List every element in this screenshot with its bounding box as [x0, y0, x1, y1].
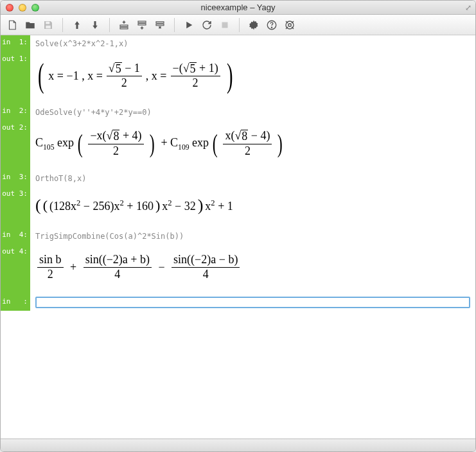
titlebar[interactable]: niceexample – Yagy ⤢: [1, 1, 475, 15]
cell-code[interactable]: TrigSimpCombine(Cos(a)^2*Sin(b)): [30, 228, 475, 245]
svg-rect-1: [46, 25, 51, 28]
run-button[interactable]: [181, 17, 197, 33]
output-cell-1: out 1: ( x = −1 , x = √5 − 12 , x = −(√5…: [1, 52, 475, 104]
input-cell-4[interactable]: in 4: TrigSimpCombine(Cos(a)^2*Sin(b)): [1, 228, 475, 245]
cell-code[interactable]: OdeSolve(y''+4*y'+2*y==0): [30, 104, 475, 121]
cell-output: ( x = −1 , x = √5 − 12 , x = −(√5 + 1)2 …: [30, 52, 475, 104]
window-title: niceexample – Yagy: [1, 3, 475, 12]
empty-area: [1, 311, 475, 439]
cell-label: in 3:: [1, 170, 30, 187]
svg-rect-3: [120, 27, 128, 28]
svg-rect-0: [46, 21, 49, 24]
toolbar: [1, 15, 475, 35]
output-cell-2: out 2: C105 exp ( −x(√8 + 4)2 ) + C109 e…: [1, 121, 475, 171]
settings-button[interactable]: [246, 17, 261, 33]
new-button[interactable]: [4, 17, 20, 33]
resize-icon[interactable]: ⤢: [465, 3, 472, 12]
cell-label: in 2:: [1, 104, 30, 121]
input-cell-2[interactable]: in 2: OdeSolve(y''+4*y'+2*y==0): [1, 104, 475, 121]
help-button[interactable]: [264, 17, 279, 33]
code-input[interactable]: [35, 297, 470, 308]
svg-rect-7: [156, 24, 164, 25]
input-cell-3[interactable]: in 3: OrthoT(8,x): [1, 170, 475, 187]
output-cell-4: out 4: sin b2 + sin((−2)a + b)4 − sin((−…: [1, 245, 475, 294]
cell-label: out 2:: [1, 121, 30, 171]
cell-label: out 1:: [1, 52, 30, 104]
move-down-button[interactable]: [87, 17, 103, 33]
svg-rect-6: [156, 21, 164, 22]
separator: [239, 18, 240, 32]
separator: [109, 18, 110, 32]
open-button[interactable]: [22, 17, 38, 33]
reload-button[interactable]: [199, 17, 215, 33]
status-bar: [1, 439, 475, 451]
svg-rect-4: [138, 21, 146, 22]
delete-cell-button[interactable]: [152, 17, 168, 33]
current-input-cell[interactable]: in :: [1, 294, 475, 311]
cell-output: (((128x2 − 256)x2 + 160)x2 − 32)x2 + 1: [30, 187, 475, 228]
zoom-icon[interactable]: [31, 4, 39, 12]
move-up-button[interactable]: [69, 17, 85, 33]
cell-code[interactable]: [30, 294, 475, 311]
cell-label: in 1:: [1, 35, 30, 52]
insert-below-button[interactable]: [134, 17, 150, 33]
insert-above-button[interactable]: [116, 17, 132, 33]
cell-label: in :: [1, 294, 30, 311]
svg-rect-2: [120, 25, 128, 26]
save-button[interactable]: [40, 17, 56, 33]
stop-button[interactable]: [217, 17, 233, 33]
notebook-area: in 1: Solve(x^3+2*x^2-1,x) out 1: ( x = …: [1, 35, 475, 439]
svg-rect-5: [138, 23, 146, 24]
cell-code[interactable]: Solve(x^3+2*x^2-1,x): [30, 35, 475, 52]
cell-label: out 4:: [1, 245, 30, 294]
window-controls: [1, 4, 39, 12]
separator: [62, 18, 63, 32]
cell-output: sin b2 + sin((−2)a + b)4 − sin((−2)a − b…: [30, 245, 475, 294]
output-cell-3: out 3: (((128x2 − 256)x2 + 160)x2 − 32)x…: [1, 187, 475, 228]
minimize-icon[interactable]: [19, 4, 26, 12]
close-icon[interactable]: [6, 4, 13, 12]
separator: [174, 18, 175, 32]
target-button[interactable]: [282, 17, 297, 33]
cell-output: C105 exp ( −x(√8 + 4)2 ) + C109 exp ( x(…: [30, 121, 475, 171]
svg-rect-8: [222, 22, 228, 28]
cell-label: in 4:: [1, 228, 30, 245]
svg-point-11: [271, 27, 272, 28]
app-window: niceexample – Yagy ⤢: [0, 0, 476, 452]
input-cell-1[interactable]: in 1: Solve(x^3+2*x^2-1,x): [1, 35, 475, 52]
cell-code[interactable]: OrthoT(8,x): [30, 170, 475, 187]
cell-label: out 3:: [1, 187, 30, 228]
svg-point-13: [288, 23, 292, 26]
